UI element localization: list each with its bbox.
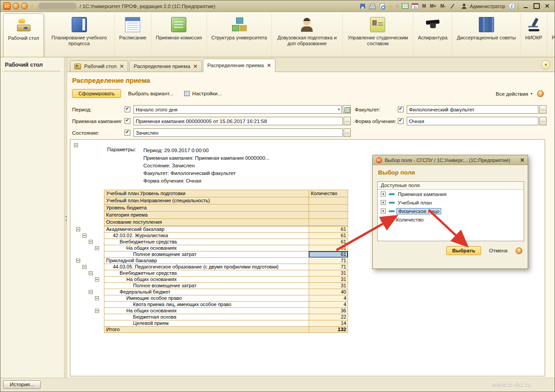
table-row[interactable]: Академический бакалавр 61 bbox=[70, 226, 349, 233]
field-item[interactable]: Количество bbox=[378, 215, 524, 224]
row-count-cell[interactable]: 61 bbox=[309, 232, 348, 239]
row-count-cell[interactable]: 36 bbox=[309, 307, 348, 314]
ribbon-section[interactable]: Довузовская подготовка и доп образование bbox=[272, 13, 343, 57]
tab-close-icon[interactable]: ✕ bbox=[120, 64, 124, 69]
table-row[interactable]: Прикладной бакалавр 71 bbox=[70, 257, 349, 264]
filter-input[interactable]: Начало этого дня ▼ bbox=[133, 105, 342, 114]
table-row[interactable]: Целевой прием 14 bbox=[70, 320, 349, 327]
collapse-group-button[interactable] bbox=[89, 271, 93, 275]
maximize-button[interactable] bbox=[532, 2, 541, 10]
memory-add-button[interactable]: М+ bbox=[429, 3, 438, 9]
table-row[interactable]: На общих основаниях 61 bbox=[70, 245, 349, 251]
row-label-cell[interactable]: Квота приема лиц, имеющих особое право bbox=[104, 301, 309, 308]
table-row[interactable]: Внебюджетные средства 31 bbox=[70, 270, 349, 277]
row-label-cell[interactable]: 44.03.05. Педагогическое образование (с … bbox=[104, 264, 309, 270]
row-count-cell[interactable]: 31 bbox=[309, 270, 348, 277]
show-table-icon[interactable] bbox=[401, 2, 409, 10]
row-count-cell[interactable]: 61 bbox=[309, 251, 348, 258]
row-label-cell[interactable]: Федеральный бюджет bbox=[104, 289, 309, 295]
collapse-report-button[interactable] bbox=[74, 143, 78, 147]
filter-input[interactable]: Зачислен ▼ bbox=[133, 128, 343, 137]
save-icon[interactable] bbox=[358, 2, 367, 10]
row-label-cell[interactable]: Внебюджетные средства bbox=[104, 239, 309, 245]
generate-button[interactable]: Сформировать bbox=[72, 89, 121, 98]
filter-checkbox[interactable]: ✔ bbox=[398, 107, 404, 112]
row-count-cell[interactable]: 22 bbox=[309, 314, 348, 320]
row-label-cell[interactable]: Целевой прием bbox=[104, 320, 309, 327]
document-tab[interactable]: Рабочий стол ✕ bbox=[70, 60, 128, 72]
row-count-cell[interactable]: 71 bbox=[309, 264, 348, 270]
ellipsis-button[interactable]: ... bbox=[539, 105, 546, 114]
field-item[interactable]: Учебный план bbox=[378, 198, 524, 207]
table-row[interactable]: Итого 132 bbox=[70, 326, 349, 333]
history-button[interactable]: История... bbox=[3, 380, 41, 389]
ribbon-section[interactable]: Рейтинги bbox=[547, 13, 555, 57]
filter-input[interactable]: Приемная кампания 000000005 от 15.06.201… bbox=[133, 117, 343, 125]
row-count-cell[interactable]: 4 bbox=[309, 295, 348, 302]
all-actions-button[interactable]: Все действия ▼ bbox=[496, 91, 533, 97]
row-count-cell[interactable]: 132 bbox=[309, 326, 348, 333]
table-row[interactable]: Имеющие особое право 4 bbox=[70, 295, 349, 302]
app-logo-icon[interactable]: 1С bbox=[3, 2, 11, 10]
expand-icon[interactable] bbox=[381, 192, 386, 196]
cancel-button[interactable]: Отмена bbox=[486, 247, 510, 255]
table-row[interactable]: Внебюджетные средства 61 bbox=[70, 239, 349, 245]
table-row[interactable]: На общих основаниях 31 bbox=[70, 276, 349, 283]
row-count-cell[interactable]: 4 bbox=[309, 301, 348, 308]
row-count-cell[interactable]: 71 bbox=[309, 257, 348, 264]
field-item[interactable]: Приемная кампания bbox=[378, 190, 524, 198]
quick-access-button[interactable] bbox=[21, 3, 28, 9]
filter-checkbox[interactable]: ✔ bbox=[125, 130, 130, 136]
collapse-group-button[interactable] bbox=[89, 290, 93, 294]
row-count-cell[interactable]: 31 bbox=[309, 282, 348, 289]
filter-input[interactable]: Филологический факультет bbox=[407, 105, 538, 114]
favorites-list-icon[interactable]: ★ bbox=[395, 3, 400, 9]
row-label-cell[interactable]: На общих основаниях bbox=[104, 245, 309, 251]
row-label-cell[interactable]: Полное возмещение затрат bbox=[104, 282, 309, 289]
tab-close-icon[interactable]: ✕ bbox=[267, 63, 271, 68]
ribbon-section[interactable]: Структура университета bbox=[207, 13, 272, 57]
current-user[interactable]: Администратор bbox=[458, 2, 507, 10]
print-preview-icon[interactable] bbox=[378, 2, 387, 10]
minimize-button[interactable] bbox=[521, 2, 530, 10]
table-row[interactable]: 44.03.05. Педагогическое образование (с … bbox=[70, 264, 349, 270]
select-button[interactable]: Выбрать bbox=[446, 246, 481, 255]
choose-variant-button[interactable]: Выбрать вариант... bbox=[125, 89, 177, 98]
ribbon-section[interactable]: Расписание bbox=[115, 13, 151, 57]
expand-icon[interactable] bbox=[381, 209, 386, 213]
dialog-close-icon[interactable]: ✕ bbox=[520, 157, 525, 163]
table-row[interactable]: Квота приема лиц, имеющих особое право 4 bbox=[70, 301, 349, 308]
ellipsis-button[interactable]: ... bbox=[344, 128, 351, 137]
filter-checkbox[interactable]: ✔ bbox=[125, 118, 130, 124]
memory-subtract-button[interactable]: М- bbox=[439, 3, 447, 9]
row-count-cell[interactable]: 31 bbox=[309, 276, 348, 283]
print-icon[interactable] bbox=[368, 2, 377, 10]
ellipsis-button[interactable]: ... bbox=[344, 117, 351, 125]
filter-checkbox[interactable]: ✔ bbox=[398, 118, 404, 124]
collapse-group-button[interactable] bbox=[95, 309, 99, 313]
filter-input[interactable]: Очная bbox=[407, 117, 538, 125]
collapse-group-button[interactable] bbox=[95, 296, 99, 300]
ribbon-section[interactable]: Приемная комиссия bbox=[151, 13, 207, 57]
row-label-cell[interactable]: На общих основаниях bbox=[104, 276, 309, 283]
main-menu-button[interactable] bbox=[13, 3, 19, 9]
document-tab[interactable]: Распределение приема ✕ bbox=[129, 60, 202, 72]
calendar-icon[interactable] bbox=[411, 2, 419, 10]
period-picker-button[interactable] bbox=[343, 105, 351, 114]
row-count-cell[interactable]: 40 bbox=[309, 289, 348, 295]
collapse-group-button[interactable] bbox=[89, 240, 93, 244]
row-count-cell[interactable]: 61 bbox=[309, 239, 348, 245]
expand-icon[interactable] bbox=[381, 200, 386, 205]
pick-tool-icon[interactable] bbox=[448, 2, 457, 10]
memory-recall-button[interactable]: М bbox=[421, 3, 427, 9]
tab-close-icon[interactable]: ✕ bbox=[194, 64, 198, 69]
row-label-cell[interactable]: Имеющие особое право bbox=[104, 295, 309, 302]
info-icon[interactable]: i bbox=[508, 3, 515, 9]
table-row[interactable]: На общих основаниях 36 bbox=[70, 307, 349, 314]
row-label-cell[interactable]: Академический бакалавр bbox=[104, 226, 309, 233]
favorites-star-icon[interactable]: ★ bbox=[30, 3, 35, 9]
collapse-group-button[interactable] bbox=[82, 265, 86, 269]
ribbon-section[interactable]: Рабочий стол bbox=[3, 13, 44, 57]
row-label-cell[interactable]: 42.03.02. Журналистика bbox=[104, 232, 309, 239]
chevron-down-icon[interactable]: ▼ bbox=[337, 108, 340, 111]
